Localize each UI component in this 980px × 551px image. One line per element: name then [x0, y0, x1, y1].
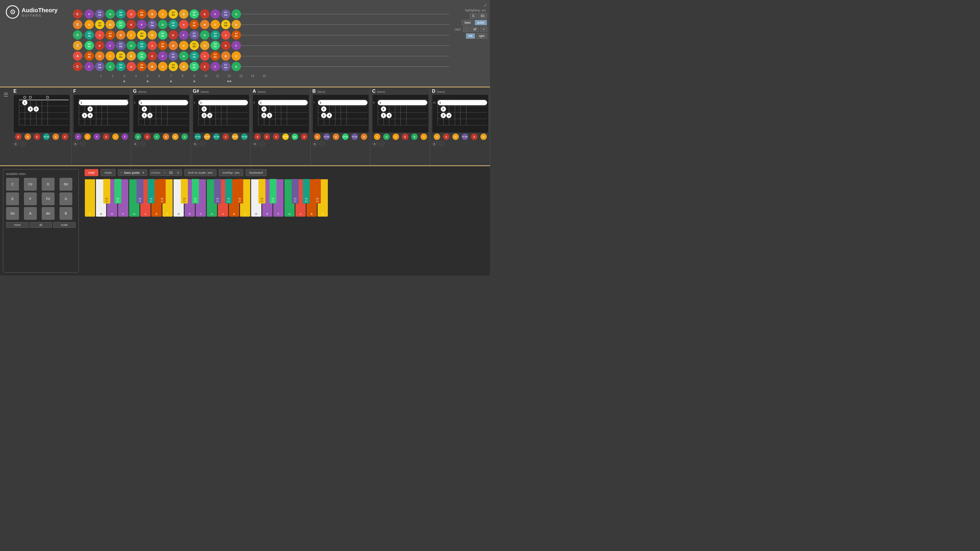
right-button[interactable]: right	[476, 33, 487, 39]
fret-note-s4-f13[interactable]: B	[221, 51, 231, 60]
chord-note-3-5[interactable]: G# Ab	[241, 133, 248, 140]
fret-note-s4-f12[interactable]: A#Bb	[211, 51, 220, 60]
fret-note-s4-f4[interactable]: D	[127, 51, 136, 60]
fret-note-s4-f11[interactable]: A	[200, 51, 209, 60]
fret-note-s1-f10[interactable]: A#Bb	[189, 20, 199, 29]
fret-note-s0-f4[interactable]: A	[127, 10, 136, 19]
fret-note-s1-f8[interactable]: G#Ab	[169, 20, 178, 29]
fret-note-s3-f10[interactable]: C#Db	[189, 41, 199, 50]
mute-button[interactable]: mute	[100, 169, 115, 176]
black-key-Db-10[interactable]: DbC#	[258, 179, 266, 203]
left-button[interactable]: left	[466, 33, 475, 39]
chord-note-0-4[interactable]: B	[52, 133, 59, 140]
fret-note-s0-f0[interactable]: F	[84, 10, 94, 19]
fret-note-s1-f0[interactable]: C	[84, 20, 94, 29]
fret-note-s0-f13[interactable]: F#Gb	[221, 10, 231, 19]
chord-note-7-5[interactable]: D	[480, 133, 487, 140]
fret-note-s1-f2[interactable]: D	[106, 20, 115, 29]
fret-note-s0-f10[interactable]: D#Eb	[189, 10, 199, 19]
chord-note-7-0[interactable]: D	[434, 133, 440, 140]
black-key-Ab-8[interactable]: AbG#	[225, 179, 232, 203]
fret-note-s0-f6[interactable]: B	[148, 10, 157, 19]
chord-note-4-5[interactable]: A	[301, 133, 307, 140]
instrument-plus-button[interactable]: +	[141, 170, 146, 175]
fret-note-s1-f6[interactable]: F#Gb	[148, 20, 157, 29]
chord-note-1-3[interactable]: A	[103, 133, 110, 140]
fret-note-s4-f7[interactable]: F	[158, 51, 167, 60]
chord-note-6-4[interactable]: G	[411, 133, 418, 140]
chord-note-1-1[interactable]: C	[84, 133, 91, 140]
play-button-G[interactable]: ▶	[133, 141, 138, 146]
fret-note-s4-f8[interactable]: F#Gb	[169, 51, 178, 60]
fret-note-s5-f9[interactable]: D	[179, 62, 188, 71]
note-cell-B[interactable]: B	[59, 207, 72, 220]
note-cell-E[interactable]: E	[6, 192, 19, 205]
fret-note-s3-f4[interactable]: G	[127, 41, 136, 50]
fret-note-s2-f14[interactable]: A#Bb	[232, 30, 241, 40]
fret-note-s5-f7[interactable]: C	[158, 62, 167, 71]
fret-note-s1-f12[interactable]: C	[211, 20, 220, 29]
note-cell-A[interactable]: A	[24, 207, 37, 220]
fret-note-s4-f5[interactable]: D#Eb	[137, 51, 146, 60]
capo-minus-button[interactable]: -	[463, 27, 469, 32]
fret-note-s1-f5[interactable]: F	[137, 20, 146, 29]
chord-note-4-4[interactable]: Eb	[292, 133, 298, 140]
fret-note-s0-f12[interactable]: F	[211, 10, 220, 19]
fret-note-s3-f2[interactable]: F	[106, 41, 115, 50]
black-key-Gb-2[interactable]: GbF#	[137, 179, 143, 203]
loop-button-C[interactable]: ○	[379, 141, 384, 146]
fret-note-s5-f8[interactable]: C#Db	[169, 62, 178, 71]
chord-note-4-3[interactable]: C# Db	[282, 133, 289, 140]
fret-note-s0-f9[interactable]: D	[179, 10, 188, 19]
fret-note-s3-f14[interactable]: F	[232, 41, 241, 50]
play-button-A[interactable]: ▶	[253, 141, 258, 146]
chord-note-5-3[interactable]: D# Eb	[342, 133, 348, 140]
chord-note-0-5[interactable]: E	[62, 133, 68, 140]
fret-note-s5-f1[interactable]: F#Gb	[95, 62, 104, 71]
black-key-Ab-13[interactable]: AbG#	[303, 179, 310, 203]
fret-note-s5-f14[interactable]: G	[232, 62, 241, 71]
expand-button[interactable]: ⤢	[484, 3, 487, 8]
fret-note-s5-f2[interactable]: G	[106, 62, 115, 71]
scale-button[interactable]: scale	[53, 222, 76, 228]
chord-note-6-2[interactable]: C	[393, 133, 399, 140]
fret-note-s0-f3[interactable]: G#Ab	[116, 10, 126, 19]
fret-note-s5-f13[interactable]: F#Gb	[221, 62, 231, 71]
note-cell-F[interactable]: F	[24, 192, 37, 205]
chord-note-4-1[interactable]: E	[264, 133, 270, 140]
chord-note-6-5[interactable]: C	[421, 133, 427, 140]
fret-note-s0-f11[interactable]: E	[200, 10, 209, 19]
fret-note-s3-f11[interactable]: D	[200, 41, 209, 50]
fret-note-s2-f9[interactable]: F	[179, 30, 188, 40]
fret-note-s5-f11[interactable]: E	[200, 62, 209, 71]
fret-note-s3-f3[interactable]: F#Gb	[116, 41, 126, 50]
loop-button-B[interactable]: ○	[320, 141, 325, 146]
play-button-E[interactable]: ▶	[13, 141, 19, 146]
fret-note-s2-f6[interactable]: D	[148, 30, 157, 40]
chord-note-0-0[interactable]: E	[15, 133, 22, 140]
fret-note-s2-f4[interactable]: C	[127, 30, 136, 40]
chord-note-5-1[interactable]: F# Gb	[323, 133, 330, 140]
fret-note-s5-f0[interactable]: F	[84, 62, 94, 71]
play-button-C[interactable]: ▶	[372, 141, 377, 146]
fret-note-s2-f1[interactable]: A	[95, 30, 104, 40]
black-key-Gb-12[interactable]: GbF#	[292, 179, 299, 203]
chord-note-6-1[interactable]: G	[383, 133, 390, 140]
octave-plus-button[interactable]: +	[176, 170, 181, 175]
play-button-D[interactable]: ▶	[432, 141, 437, 146]
fret-note-s2-f2[interactable]: A#Bb	[106, 30, 115, 40]
fret-note-s0-f7[interactable]: C	[158, 10, 167, 19]
fret-note-s0-f8[interactable]: C#Db	[169, 10, 178, 19]
fret-note-s1-f11[interactable]: B	[200, 20, 209, 29]
loop-button-E[interactable]: ○	[21, 141, 25, 146]
chord-note-5-5[interactable]: B	[361, 133, 367, 140]
lock-to-scale-button[interactable]: lock to scale: yes	[185, 169, 216, 176]
fret-note-s5-f4[interactable]: A	[127, 62, 136, 71]
note-cell-D#[interactable]: D#	[59, 178, 72, 191]
keyboard-button[interactable]: keyboard	[246, 169, 266, 176]
chord-note-5-4[interactable]: F# Gb	[352, 133, 358, 140]
black-key-Db-5[interactable]: DbC#	[181, 179, 188, 203]
eb-button[interactable]: Eb	[478, 13, 487, 19]
fret-note-s4-f2[interactable]: C	[106, 51, 115, 60]
note-cell-C[interactable]: C	[6, 178, 19, 191]
